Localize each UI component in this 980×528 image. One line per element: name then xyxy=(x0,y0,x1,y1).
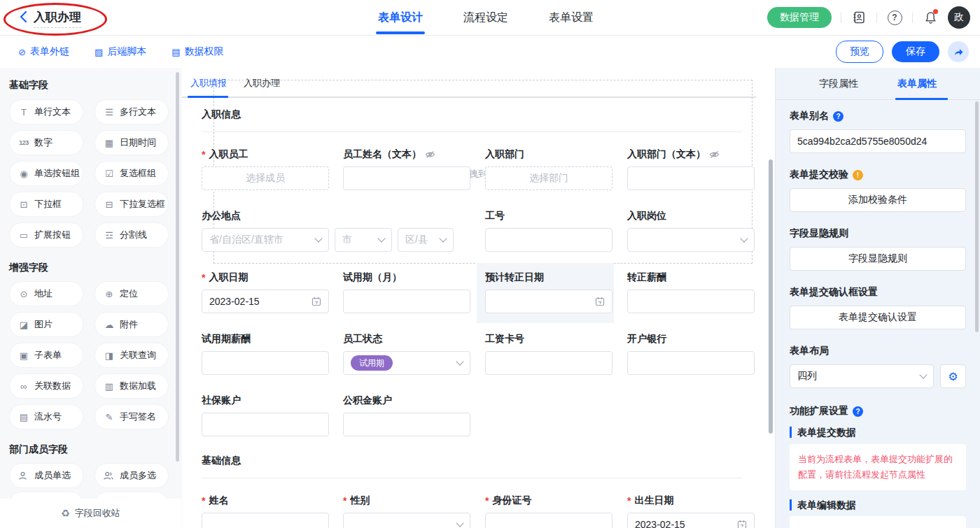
preview-button[interactable]: 预览 xyxy=(836,41,883,63)
checkbox-group-icon: ☑ xyxy=(104,169,115,179)
extension-settings-label: 功能扩展设置 ? xyxy=(790,405,966,418)
tab-field-properties[interactable]: 字段属性 xyxy=(819,78,858,90)
sidebar-field-member-multi[interactable]: 成员多选 xyxy=(94,463,169,488)
tab-form-properties[interactable]: 表单属性 xyxy=(897,78,937,90)
add-validation-button[interactable]: 添加校验条件 xyxy=(790,188,966,212)
text-input[interactable] xyxy=(343,290,470,313)
field-housing-fund-account: 公积金账户 xyxy=(343,394,470,436)
form-tab-onboard-fill[interactable]: 入职填报 xyxy=(190,77,227,90)
sidebar-field-multi-line-text[interactable]: ☰多行文本 xyxy=(94,99,169,124)
eye-slash-icon[interactable] xyxy=(425,150,435,159)
share-button[interactable] xyxy=(948,41,969,62)
canvas-scrollbar[interactable] xyxy=(769,159,773,434)
field-employee-name-text: 员工姓名（文本） xyxy=(343,148,470,190)
layout-select[interactable]: 四列 xyxy=(790,364,934,388)
layout-gear-button[interactable]: ⚙ xyxy=(940,364,966,388)
member-single-icon xyxy=(18,471,29,480)
tab-form-setting[interactable]: 表单设置 xyxy=(549,10,594,25)
sidebar-field-divider[interactable]: ☲分割线 xyxy=(94,222,169,248)
submit-confirm-label: 表单提交确认框设置 xyxy=(790,286,966,299)
sidebar-field-address[interactable]: ⊙地址 xyxy=(9,281,83,306)
form-layout-label: 表单布局 xyxy=(790,345,966,357)
edit-data-section-label: 表单编辑数据 xyxy=(790,499,966,511)
sidebar-field-multi-select[interactable]: ⊟下拉复选框 xyxy=(94,192,169,217)
sidebar-field-subform[interactable]: ▣子表单 xyxy=(9,343,83,368)
province-select[interactable]: 省/自治区/直辖市 xyxy=(202,228,329,252)
data-manage-button[interactable]: 数据管理 xyxy=(767,7,832,28)
sidebar-scrollbar[interactable] xyxy=(176,72,179,462)
field-visibility-button[interactable]: 字段显隐规则 xyxy=(790,247,966,271)
warning-circle-icon[interactable]: ! xyxy=(853,170,863,180)
form-external-link[interactable]: ⊘ 表单外链 xyxy=(18,45,69,58)
date-input[interactable] xyxy=(485,290,612,313)
help-icon[interactable]: ? xyxy=(886,9,903,26)
data-permission-link[interactable]: ▤ 数据权限 xyxy=(172,45,223,58)
share-arrow-icon xyxy=(953,46,964,57)
tab-flow-setting[interactable]: 流程设定 xyxy=(463,10,508,25)
page-title[interactable]: 入职办理 xyxy=(34,9,81,28)
sidebar-field-serial-number[interactable]: ▤流水号 xyxy=(9,404,83,429)
submit-confirm-button[interactable]: 表单提交确认设置 xyxy=(790,306,966,329)
permission-icon: ▤ xyxy=(172,47,180,57)
location-icon: ⊕ xyxy=(104,289,115,299)
dept-picker-input[interactable]: 选择部门 xyxy=(485,166,612,190)
text-input[interactable] xyxy=(627,290,755,313)
sidebar-field-linked-query[interactable]: ◨关联查询 xyxy=(94,343,169,368)
text-input[interactable] xyxy=(627,351,755,375)
sidebar-field-location[interactable]: ⊕定位 xyxy=(94,281,169,306)
text-input[interactable] xyxy=(485,351,612,375)
save-button[interactable]: 保存 xyxy=(892,41,939,62)
back-icon[interactable] xyxy=(17,10,31,24)
sidebar-field-checkbox-group[interactable]: ☑复选框组 xyxy=(94,161,169,186)
sidebar-field-signature[interactable]: ✎手写签名 xyxy=(94,404,169,429)
text-input[interactable] xyxy=(485,228,612,252)
contact-book-icon[interactable] xyxy=(850,9,867,26)
district-select[interactable]: 区/县 xyxy=(398,228,454,252)
sidebar-field-single-line-text[interactable]: T单行文本 xyxy=(9,99,83,124)
post-select[interactable] xyxy=(627,228,755,252)
section-member-fields: 部门成员字段 xyxy=(9,443,68,456)
status-select[interactable]: 试用期 xyxy=(343,351,470,375)
member-picker-input[interactable]: 选择成员 xyxy=(202,166,329,190)
form-tab-onboard-handle[interactable]: 入职办理 xyxy=(244,77,280,90)
field-social-security-account: 社保账户 xyxy=(202,394,329,436)
text-input[interactable] xyxy=(202,413,329,436)
sidebar-field-image[interactable]: ◪图片 xyxy=(9,312,83,337)
text-input[interactable] xyxy=(202,351,329,375)
calendar-icon xyxy=(312,297,321,306)
sidebar-field-attachment[interactable]: ☁附件 xyxy=(94,312,169,337)
sidebar-field-number[interactable]: 123数字 xyxy=(9,130,83,155)
sidebar-field-radio-group[interactable]: ◉单选按钮组 xyxy=(9,161,83,186)
text-input[interactable] xyxy=(627,166,755,190)
extension-button-icon: ▭ xyxy=(18,230,29,241)
sub-toolbar: ⊘ 表单外链 ▨ 后端脚本 ▤ 数据权限 预览 保存 xyxy=(0,36,980,69)
sidebar-field-select[interactable]: ⊡下拉框 xyxy=(9,192,83,217)
date-input[interactable]: 2023-02-15 xyxy=(627,513,755,528)
field-recycle-bin[interactable]: ♻ 字段回收站 xyxy=(0,499,181,528)
text-input[interactable] xyxy=(343,413,470,436)
text-input[interactable] xyxy=(485,513,612,528)
backend-script-link[interactable]: ▨ 后端脚本 xyxy=(94,45,146,58)
text-input[interactable] xyxy=(343,166,470,190)
user-avatar[interactable]: 政 xyxy=(948,6,970,29)
page-scrollbar[interactable] xyxy=(975,101,979,332)
tab-form-design[interactable]: 表单设计 xyxy=(378,10,423,25)
help-circle-icon[interactable]: ? xyxy=(853,406,863,417)
sidebar-field-linked-data[interactable]: ∞关联数据 xyxy=(9,373,83,399)
form-alias-input[interactable] xyxy=(790,129,966,153)
eye-slash-icon[interactable] xyxy=(709,150,720,159)
signature-icon: ✎ xyxy=(104,412,115,422)
text-input[interactable] xyxy=(202,513,329,528)
sidebar-field-member-single[interactable]: 成员单选 xyxy=(9,463,83,488)
sidebar-field-data-load[interactable]: ▥数据加载 xyxy=(94,373,169,399)
date-input[interactable]: 2023-02-15 xyxy=(202,290,329,313)
multi-line-text-icon: ☰ xyxy=(104,107,115,117)
sidebar-field-extension-button[interactable]: ▭扩展按钮 xyxy=(9,222,83,248)
help-circle-icon[interactable]: ? xyxy=(833,111,844,122)
attachment-icon: ☁ xyxy=(104,320,115,330)
sidebar-field-datetime[interactable]: ▦日期时间 xyxy=(94,130,169,155)
gender-select[interactable] xyxy=(343,513,470,528)
city-select[interactable]: 市 xyxy=(335,228,392,252)
notification-bell-icon[interactable] xyxy=(922,9,939,26)
radio-group-icon: ◉ xyxy=(18,169,29,179)
